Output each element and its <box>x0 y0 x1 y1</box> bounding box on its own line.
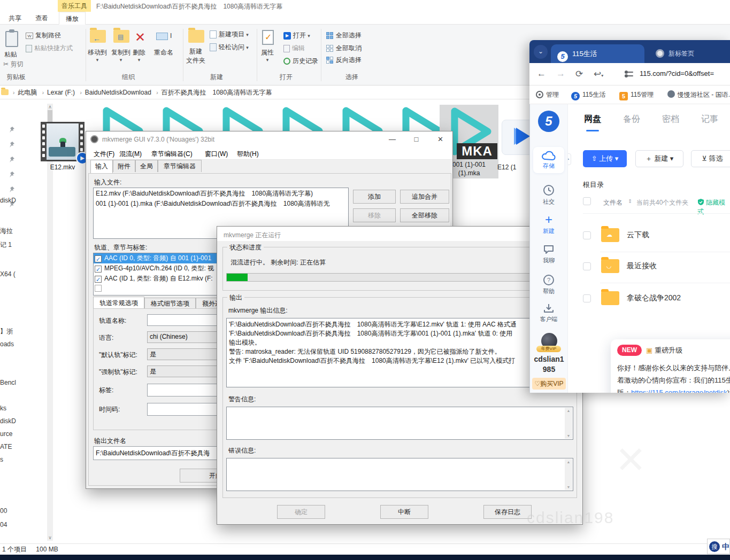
dialog-titlebar[interactable]: mkvmerge 正在运行 <box>217 227 582 241</box>
tab-115-life[interactable]: 5115生活 <box>551 44 644 63</box>
tab-chapter-editor[interactable]: 章节编辑器 <box>158 160 202 172</box>
rename-button[interactable]: 重命名 <box>154 48 173 57</box>
rail-item-social[interactable]: 社交 <box>533 184 564 206</box>
breadcrumb-download-folder[interactable]: BaiduNetdiskDownload <box>85 86 151 99</box>
menu-chapter-editor[interactable]: 章节编辑器(C) <box>151 150 193 159</box>
tab-attachments[interactable]: 附件 <box>113 160 135 172</box>
bookmark-manage[interactable]: 管理 <box>536 90 559 99</box>
warnings-box[interactable] <box>226 407 573 440</box>
breadcrumb-drive[interactable]: Lexar (F:) <box>47 86 75 99</box>
column-filename[interactable]: 文件名 <box>603 198 623 207</box>
properties-icon[interactable] <box>262 30 274 46</box>
rail-item-client[interactable]: 客户端 <box>533 303 564 323</box>
tab-global[interactable]: 全局 <box>135 160 158 172</box>
copy-path-button[interactable]: W复制路径 <box>26 31 61 40</box>
sidebar-item[interactable]: 】浙 <box>0 327 13 336</box>
tab-netdisk[interactable]: 网盘 <box>584 114 601 125</box>
forward-button[interactable]: → <box>556 68 565 79</box>
tab-track-general-options[interactable]: 轨道常规选项 <box>93 297 144 308</box>
rail-item-create[interactable]: + 新建 <box>533 214 564 235</box>
invert-selection-button[interactable]: 反向选择 <box>326 56 362 65</box>
maximize-button[interactable]: □ <box>404 131 428 147</box>
open-button[interactable]: ▶打开 ▾ <box>283 31 310 40</box>
upload-button[interactable]: ⇧ 上传 ▾ <box>583 150 627 167</box>
row-checkbox[interactable] <box>583 262 591 270</box>
new-item-button[interactable]: 新建项目 ▾ <box>210 30 249 39</box>
bookmark-manmanyou[interactable]: 慢慢游社区 - 国语... <box>667 90 730 99</box>
taskbar[interactable] <box>0 555 730 560</box>
output-messages-box[interactable]: 'F:\BaiduNetdiskDownload\百折不挠具海拉 1080高清韩… <box>226 318 573 387</box>
rail-expander[interactable]: ▶ <box>568 153 571 165</box>
storage-link[interactable]: https://115.com/storage/netdisk <box>631 388 727 393</box>
sidebar-item[interactable]: 04 <box>0 521 7 528</box>
move-to-button[interactable]: 移动到▾ <box>88 48 107 63</box>
append-button[interactable]: 追加合并 <box>400 190 449 204</box>
cut-button[interactable]: ✂ 剪切 <box>3 60 23 69</box>
rail-item-storage[interactable]: 存储 <box>533 147 564 173</box>
sidebar-item[interactable]: s <box>0 456 3 463</box>
ribbon-tab-view[interactable]: 查看 <box>31 12 52 25</box>
input-file-item[interactable]: E12.mkv (F:\BaiduNetdiskDownload\百折不挠具海拉… <box>94 188 348 198</box>
address-bar[interactable]: 115.com/?cid=0&offset= <box>640 69 714 77</box>
menu-help[interactable]: 帮助(H) <box>237 150 259 159</box>
bookmark-115-life[interactable]: 5115生活 <box>571 90 605 100</box>
site-settings-icon[interactable] <box>625 70 633 79</box>
input-file-item[interactable]: 001 (1)-001 (1).mka (F:\BaiduNetdiskDown… <box>94 198 348 208</box>
delete-button[interactable]: 删除▾ <box>133 48 145 63</box>
copy-to-icon[interactable]: ▤ <box>113 30 129 44</box>
ime-indicator[interactable]: 搜 中 <box>707 539 730 554</box>
rename-icon[interactable]: I <box>156 32 172 40</box>
sidebar-item[interactable]: Bencl <box>0 379 16 386</box>
errors-scrollbar[interactable] <box>565 459 572 490</box>
new-folder-button[interactable]: 新建文件夹 <box>186 47 205 65</box>
sidebar-item[interactable]: 记 1 <box>0 240 12 250</box>
new-button[interactable]: ＋ 新建 ▾ <box>635 150 683 167</box>
115-logo[interactable]: 5 <box>538 111 559 132</box>
tab-notes[interactable]: 记事 <box>701 114 718 125</box>
sidebar-item[interactable]: 海拉 <box>0 227 13 236</box>
add-button[interactable]: 添加 <box>353 190 396 204</box>
sidebar-item[interactable]: X64 ( <box>0 270 16 278</box>
sidebar-item[interactable]: oads <box>0 340 14 348</box>
filter-button[interactable]: ⊻ 筛选 <box>691 150 730 167</box>
remove-button[interactable]: 移除 <box>353 208 396 222</box>
file-e12-thumbnail[interactable]: ▶ <box>41 122 84 161</box>
tab-format-options[interactable]: 格式细节选项 <box>144 298 196 308</box>
reload-button[interactable]: ⟳ <box>575 68 583 80</box>
warnings-scrollbar[interactable] <box>565 408 572 439</box>
menu-muxing[interactable]: 混流(M) <box>119 150 142 159</box>
rail-item-help[interactable]: ? 帮助 <box>533 274 564 295</box>
tab-backup[interactable]: 备份 <box>623 114 640 125</box>
sidebar-item[interactable]: diskD <box>0 417 16 425</box>
tab-input[interactable]: 输入 <box>90 160 113 173</box>
easy-access-button[interactable]: 轻松访问 ▾ <box>210 43 249 52</box>
back-button[interactable]: ← <box>537 68 546 79</box>
new-folder-icon[interactable] <box>188 30 204 44</box>
copy-to-button[interactable]: 复制到▾ <box>111 48 130 63</box>
music-tools-contextual-tab[interactable]: 音乐工具 <box>58 0 91 12</box>
115-breadcrumb-root[interactable]: 根目录 <box>583 180 604 190</box>
tab-search-chevron[interactable]: ⌄ <box>534 45 548 59</box>
row-checkbox[interactable] <box>583 231 591 239</box>
bookmark-115-manage[interactable]: 5115管理 <box>619 90 654 100</box>
buy-vip-button[interactable]: ♡购买VIP <box>532 378 566 390</box>
tab-new-page[interactable]: 新标签页 <box>650 46 728 61</box>
row-checkbox[interactable] <box>583 294 591 302</box>
close-button[interactable]: ✕ <box>428 131 452 147</box>
rail-item-chat[interactable]: 我聊 <box>533 244 564 265</box>
sidebar-item[interactable]: urce <box>0 430 12 438</box>
ribbon-tab-play[interactable]: 播放 <box>59 12 86 25</box>
reopen-button[interactable]: ↩▾ <box>594 68 603 80</box>
sidebar-item[interactable]: ATE <box>0 443 12 450</box>
paste-icon[interactable] <box>5 31 18 49</box>
paste-shortcut-button[interactable]: 粘贴快捷方式 <box>26 44 73 53</box>
breadcrumb-current-folder[interactable]: 百折不挠具海拉 1080高清韩语无字幕 <box>162 86 272 99</box>
sidebar-item[interactable]: 00 <box>0 507 7 515</box>
tab-vault[interactable]: 密档 <box>662 114 679 125</box>
select-all-button[interactable]: 全部选择 <box>326 31 362 40</box>
mkvmerge-titlebar[interactable]: mkvmerge GUI v7.3.0 ('Nouages') 32bit —□… <box>86 131 452 147</box>
remove-all-button[interactable]: 全部移除 <box>400 208 449 222</box>
delete-icon[interactable]: ✕ <box>135 31 145 44</box>
ok-button[interactable]: 确定 <box>277 505 325 519</box>
sidebar-item[interactable]: ks <box>0 405 6 412</box>
